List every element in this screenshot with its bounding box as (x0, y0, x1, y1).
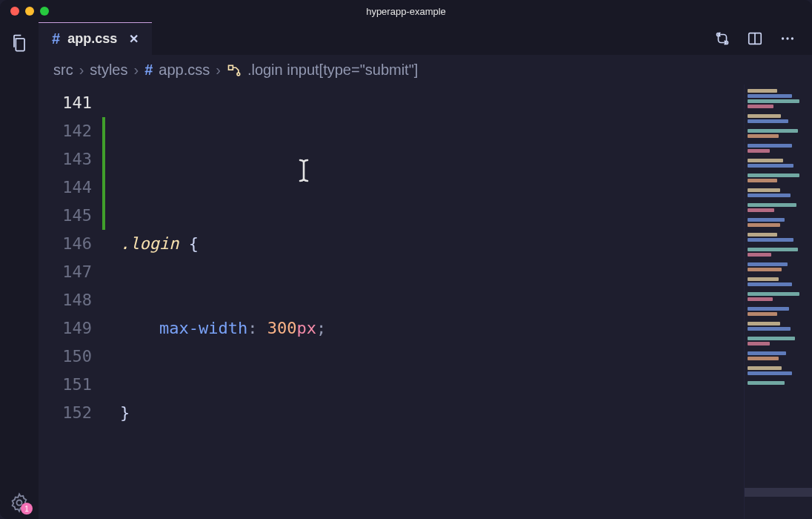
line-number: 147 (39, 258, 92, 286)
minimap-stripe (748, 248, 798, 251)
minimap-stripe (748, 105, 773, 108)
close-tab-icon[interactable]: ✕ (129, 32, 139, 46)
css-file-icon: # (52, 30, 60, 47)
minimap-stripe (748, 312, 777, 316)
close-window-button[interactable] (10, 7, 19, 16)
svg-point-9 (237, 73, 240, 76)
minimap-stripe (748, 357, 779, 360)
minimap-stripe (748, 134, 779, 138)
minimap-stripe (748, 223, 780, 227)
css-rule-icon (227, 62, 242, 79)
line-number: 142 (39, 117, 92, 145)
editor-body[interactable]: 141 142 143 144 145 146 147 148 149 150 … (39, 85, 812, 519)
minimap-stripe (748, 381, 785, 385)
activity-bar: 1 (0, 22, 39, 519)
window-controls (0, 7, 49, 16)
split-editor-icon[interactable] (747, 30, 763, 47)
vscode-window: hyperapp-example 1 (0, 0, 812, 519)
minimap-viewport[interactable] (745, 488, 812, 497)
minimap-stripe (748, 173, 799, 177)
code-area[interactable]: .login { max-width: 300px; } .login inpu… (102, 85, 744, 519)
line-number-gutter: 141 142 143 144 145 146 147 148 149 150 … (39, 85, 102, 519)
minimize-window-button[interactable] (25, 7, 34, 16)
settings-badge: 1 (21, 503, 33, 515)
editor-actions (714, 22, 812, 55)
line-number: 150 (39, 343, 92, 371)
compare-changes-icon[interactable] (714, 30, 731, 47)
minimap-stripe (748, 253, 771, 257)
line-number: 146 (39, 230, 92, 258)
tab-label: app.css (67, 31, 117, 47)
maximize-window-button[interactable] (40, 7, 49, 16)
minimap-stripe (748, 233, 777, 237)
svg-point-7 (791, 37, 793, 39)
minimap-stripe (748, 262, 788, 266)
svg-point-5 (782, 37, 784, 39)
minimap-stripe (748, 268, 782, 271)
minimap-stripe (748, 188, 780, 192)
minimap-stripe (748, 208, 774, 212)
minimap-stripe (748, 366, 782, 370)
chevron-right-icon: › (133, 62, 139, 79)
more-actions-icon[interactable] (779, 30, 796, 47)
breadcrumb-seg-rule[interactable]: .login input[type="submit"] (247, 62, 418, 79)
settings-gear-icon[interactable]: 1 (9, 492, 30, 513)
line-number: 151 (39, 371, 92, 399)
css-file-icon: # (144, 62, 153, 79)
line-number: 145 (39, 202, 92, 230)
line-number: 143 (39, 145, 92, 173)
tabs-row: # app.css ✕ (39, 22, 812, 55)
breadcrumb-seg-file[interactable]: app.css (159, 62, 210, 79)
minimap-stripe (748, 297, 773, 301)
minimap-stripe (748, 218, 785, 222)
line-number: 152 (39, 399, 92, 427)
minimap-stripe (748, 149, 770, 153)
breadcrumb[interactable]: src › styles › # app.css › .login input[… (39, 55, 812, 85)
minimap-stripe (748, 114, 781, 118)
chevron-right-icon: › (216, 62, 221, 79)
tab-app-css[interactable]: # app.css ✕ (39, 22, 152, 55)
line-number: 141 (39, 89, 92, 117)
svg-point-6 (786, 37, 788, 39)
minimap-stripe (748, 371, 792, 375)
minimap[interactable] (744, 85, 812, 519)
minimap-stripe (748, 94, 792, 98)
line-number: 144 (39, 173, 92, 202)
minimap-stripe (748, 238, 793, 242)
minimap-stripe (748, 282, 792, 286)
minimap-stripe (748, 322, 780, 325)
minimap-stripe (748, 292, 799, 296)
minimap-stripe (748, 99, 799, 103)
line-number: 149 (39, 314, 92, 343)
explorer-icon[interactable] (9, 33, 30, 53)
window-title: hyperapp-example (0, 6, 812, 17)
minimap-stripe (748, 179, 777, 182)
text-cursor-icon (295, 157, 313, 187)
minimap-stripe (748, 164, 793, 168)
line-number: 148 (39, 286, 92, 314)
titlebar: hyperapp-example (0, 0, 812, 22)
minimap-stripe (748, 203, 796, 207)
editor-group: # app.css ✕ (39, 22, 812, 519)
breadcrumb-seg-styles[interactable]: styles (90, 62, 127, 79)
minimap-stripe (748, 307, 789, 311)
breadcrumb-seg-src[interactable]: src (53, 62, 73, 79)
minimap-stripe (748, 159, 783, 162)
svg-rect-8 (228, 66, 233, 70)
minimap-stripe (748, 351, 786, 355)
minimap-stripe (748, 337, 795, 340)
minimap-stripe (748, 129, 798, 133)
minimap-stripe (748, 277, 779, 281)
chevron-right-icon: › (79, 62, 84, 79)
minimap-stripe (748, 89, 777, 93)
minimap-stripe (748, 119, 788, 123)
minimap-stripe (748, 327, 791, 331)
minimap-stripe (748, 144, 792, 148)
minimap-stripe (748, 194, 791, 197)
minimap-stripe (748, 342, 770, 346)
